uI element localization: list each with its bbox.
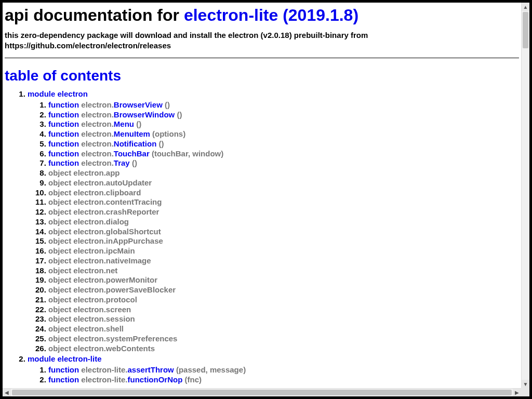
module-items: function electron.BrowserView ()function…: [28, 100, 519, 354]
function-name: assertThrow: [128, 365, 176, 374]
toc-item: object electron.shell: [48, 324, 519, 334]
function-keyword: function: [48, 375, 81, 384]
toc-item: object electron.systemPreferences: [48, 334, 519, 344]
function-link[interactable]: function electron-lite.functionOrNop (fn…: [48, 375, 202, 384]
function-name: BrowserView: [114, 100, 165, 109]
function-params: (passed, message): [176, 365, 246, 374]
module-link[interactable]: module electron: [28, 89, 88, 98]
function-prefix: electron-lite.: [81, 365, 127, 374]
horizontal-scrollbar[interactable]: ◀ ▶: [3, 388, 521, 396]
horizontal-scroll-thumb[interactable]: [12, 390, 512, 395]
scrollbar-corner: [521, 388, 529, 396]
object-entry: object electron.powerSaveBlocker: [48, 285, 176, 294]
object-entry: object electron.contentTracing: [48, 197, 162, 206]
function-prefix: electron.: [81, 158, 114, 167]
object-entry: object electron.dialog: [48, 217, 129, 226]
function-params: (fnc): [185, 375, 202, 384]
toc-item: object electron.session: [48, 314, 519, 324]
object-entry: object electron.ipcMain: [48, 246, 135, 255]
function-keyword: function: [48, 149, 81, 158]
function-prefix: electron.: [81, 119, 114, 128]
function-prefix: electron.: [81, 110, 114, 119]
object-entry: object electron.session: [48, 314, 135, 323]
function-keyword: function: [48, 110, 81, 119]
toc-item: function electron.BrowserWindow (): [48, 110, 519, 120]
toc-item: object electron.powerMonitor: [48, 275, 519, 285]
toc-item: object electron.ipcMain: [48, 246, 519, 256]
function-link[interactable]: function electron.Menu (): [48, 119, 141, 128]
function-prefix: electron.: [81, 100, 114, 109]
scroll-right-button[interactable]: ▶: [513, 389, 521, 396]
divider: [5, 58, 519, 58]
object-entry: object electron.powerMonitor: [48, 275, 157, 284]
object-entry: object electron.inAppPurchase: [48, 236, 163, 245]
object-entry: object electron.crashReporter: [48, 207, 159, 216]
function-name: TouchBar: [114, 149, 152, 158]
function-name: MenuItem: [114, 129, 152, 138]
toc-item: function electron-lite.assertThrow (pass…: [48, 365, 519, 375]
function-keyword: function: [48, 365, 81, 374]
function-params: (): [132, 158, 137, 167]
function-name: Notification: [114, 139, 159, 148]
object-entry: object electron.screen: [48, 305, 131, 314]
function-prefix: electron.: [81, 129, 114, 138]
object-entry: object electron.nativeImage: [48, 256, 151, 265]
module-items: function electron-lite.assertThrow (pass…: [28, 365, 519, 385]
title-link[interactable]: electron-lite (2019.1.8): [184, 6, 358, 24]
object-entry: object electron.systemPreferences: [48, 334, 177, 343]
toc-item: object electron.app: [48, 168, 519, 178]
function-prefix: electron.: [81, 149, 114, 158]
scroll-up-button[interactable]: ▲: [522, 3, 529, 11]
function-link[interactable]: function electron.BrowserView (): [48, 100, 170, 109]
module-link[interactable]: module electron-lite: [28, 354, 102, 363]
toc-item: object electron.autoUpdater: [48, 178, 519, 188]
function-link[interactable]: function electron.MenuItem (options): [48, 129, 185, 138]
function-link[interactable]: function electron.Notification (): [48, 139, 164, 148]
function-link[interactable]: function electron-lite.assertThrow (pass…: [48, 365, 246, 374]
function-link[interactable]: function electron.TouchBar (touchBar, wi…: [48, 149, 223, 158]
vertical-scrollbar[interactable]: ▲ ▼: [521, 3, 529, 388]
object-entry: object electron.protocol: [48, 295, 137, 304]
function-name: Tray: [114, 158, 132, 167]
toc-item: object electron.crashReporter: [48, 207, 519, 217]
object-entry: object electron.net: [48, 266, 117, 275]
toc-item: function electron.TouchBar (touchBar, wi…: [48, 149, 519, 159]
toc-item: object electron.inAppPurchase: [48, 236, 519, 246]
function-params: (options): [152, 129, 185, 138]
toc-heading-link[interactable]: table of contents: [5, 68, 121, 84]
toc-heading: table of contents: [5, 68, 519, 84]
toc-item: object electron.screen: [48, 305, 519, 315]
toc-item: function electron.BrowserView (): [48, 100, 519, 110]
toc-item: object electron.webContents: [48, 344, 519, 354]
function-prefix: electron.: [81, 139, 114, 148]
toc-item: function electron.Menu (): [48, 119, 519, 129]
toc-item: object electron.protocol: [48, 295, 519, 305]
function-prefix: electron-lite.: [81, 375, 127, 384]
toc-item: object electron.globalShortcut: [48, 227, 519, 237]
toc-item: object electron.contentTracing: [48, 197, 519, 207]
function-keyword: function: [48, 158, 81, 167]
function-params: (): [159, 139, 164, 148]
function-name: Menu: [114, 119, 136, 128]
function-link[interactable]: function electron.BrowserWindow (): [48, 110, 182, 119]
toc-item: function electron-lite.functionOrNop (fn…: [48, 375, 519, 385]
page-subtitle: this zero-dependency package will downlo…: [5, 30, 519, 50]
toc-item: object electron.powerSaveBlocker: [48, 285, 519, 295]
vertical-scroll-thumb[interactable]: [523, 12, 528, 48]
scroll-down-button[interactable]: ▼: [522, 380, 529, 388]
function-params: (): [177, 110, 182, 119]
toc-item: object electron.dialog: [48, 217, 519, 227]
object-entry: object electron.globalShortcut: [48, 227, 161, 236]
function-keyword: function: [48, 129, 81, 138]
toc-item: object electron.nativeImage: [48, 256, 519, 266]
function-keyword: function: [48, 100, 81, 109]
scroll-left-button[interactable]: ◀: [3, 389, 11, 396]
function-link[interactable]: function electron.Tray (): [48, 158, 137, 167]
object-entry: object electron.shell: [48, 324, 124, 333]
function-name: BrowserWindow: [114, 110, 177, 119]
toc-item: object electron.clipboard: [48, 188, 519, 198]
function-keyword: function: [48, 119, 81, 128]
toc-list: module electronfunction electron.Browser…: [5, 89, 519, 385]
function-keyword: function: [48, 139, 81, 148]
toc-module: module electronfunction electron.Browser…: [28, 89, 519, 353]
